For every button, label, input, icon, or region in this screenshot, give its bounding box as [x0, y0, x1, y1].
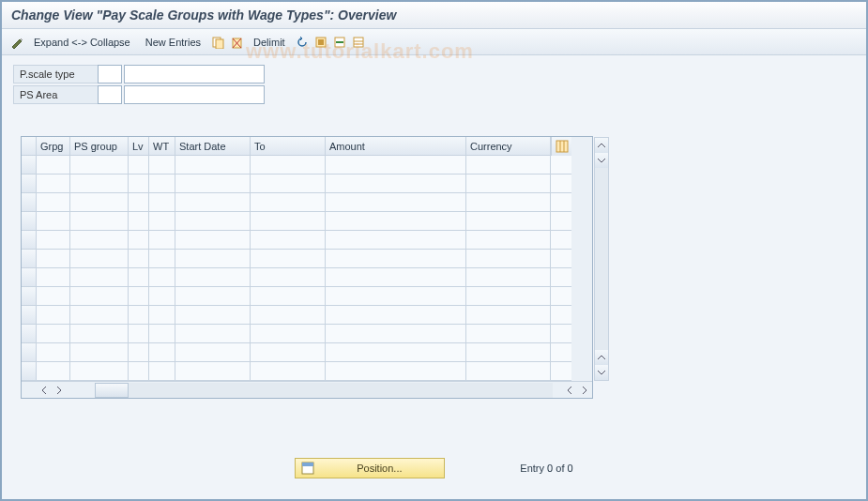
row-marker[interactable]	[22, 193, 37, 212]
configure-columns-icon[interactable]	[551, 137, 571, 156]
table-cell[interactable]	[37, 343, 70, 362]
table-cell[interactable]	[129, 212, 149, 231]
table-cell[interactable]	[129, 193, 149, 212]
table-cell[interactable]	[37, 306, 70, 325]
row-marker[interactable]	[22, 231, 37, 250]
table-row[interactable]	[22, 268, 592, 287]
table-row[interactable]	[22, 212, 592, 231]
table-cell[interactable]	[129, 268, 149, 287]
table-row[interactable]	[22, 306, 592, 325]
table-cell[interactable]	[175, 193, 251, 212]
scroll-up-icon[interactable]	[595, 138, 608, 153]
table-cell[interactable]	[149, 287, 175, 306]
table-cell[interactable]	[251, 250, 326, 268]
table-cell[interactable]	[466, 175, 551, 193]
table-cell[interactable]	[251, 231, 326, 250]
table-cell[interactable]	[251, 343, 326, 362]
table-cell[interactable]	[129, 175, 149, 193]
copy-icon[interactable]	[210, 35, 225, 50]
pencil-toggle-icon[interactable]	[9, 35, 24, 50]
table-cell[interactable]	[466, 156, 551, 175]
table-cell[interactable]	[70, 231, 129, 250]
table-cell[interactable]	[37, 156, 70, 175]
table-cell[interactable]	[70, 325, 129, 343]
table-cell[interactable]	[149, 212, 175, 231]
table-cell[interactable]	[466, 343, 551, 362]
scroll-down-icon[interactable]	[595, 365, 608, 380]
table-cell[interactable]	[149, 325, 175, 343]
table-cell[interactable]	[326, 193, 466, 212]
table-row[interactable]	[22, 343, 592, 362]
table-cell[interactable]	[37, 287, 70, 306]
table-cell[interactable]	[70, 362, 129, 381]
row-marker[interactable]	[22, 362, 37, 381]
ps-area-text-input[interactable]	[124, 85, 265, 104]
table-cell[interactable]	[149, 193, 175, 212]
col-to[interactable]: To	[251, 137, 326, 156]
table-cell[interactable]	[466, 287, 551, 306]
table-cell[interactable]	[466, 231, 551, 250]
table-cell[interactable]	[326, 156, 466, 175]
table-cell[interactable]	[326, 306, 466, 325]
table-cell[interactable]	[129, 362, 149, 381]
table-cell[interactable]	[466, 325, 551, 343]
table-row[interactable]	[22, 231, 592, 250]
row-marker[interactable]	[22, 212, 37, 231]
table-cell[interactable]	[129, 306, 149, 325]
table-row[interactable]	[22, 193, 592, 212]
scroll-down-small-icon[interactable]	[595, 153, 608, 168]
row-marker[interactable]	[22, 156, 37, 175]
vertical-scrollbar[interactable]	[594, 137, 609, 381]
col-wt[interactable]: WT	[149, 137, 175, 156]
table-cell[interactable]	[466, 362, 551, 381]
table-cell[interactable]	[70, 343, 129, 362]
table-cell[interactable]	[70, 268, 129, 287]
deselect-all-icon[interactable]	[332, 35, 347, 50]
table-cell[interactable]	[326, 268, 466, 287]
undo-icon[interactable]	[295, 35, 310, 50]
table-cell[interactable]	[70, 193, 129, 212]
table-cell[interactable]	[175, 306, 251, 325]
table-cell[interactable]	[175, 325, 251, 343]
table-cell[interactable]	[175, 231, 251, 250]
table-cell[interactable]	[149, 362, 175, 381]
scroll-right-icon[interactable]	[52, 383, 67, 398]
table-cell[interactable]	[175, 156, 251, 175]
table-cell[interactable]	[466, 306, 551, 325]
table-cell[interactable]	[37, 362, 70, 381]
col-start-date[interactable]: Start Date	[175, 137, 251, 156]
table-cell[interactable]	[37, 325, 70, 343]
hscroll-track[interactable]	[95, 383, 553, 398]
hscroll-thumb[interactable]	[95, 383, 129, 398]
table-row[interactable]	[22, 250, 592, 268]
table-cell[interactable]	[326, 212, 466, 231]
scroll-right-end-icon[interactable]	[577, 383, 592, 398]
expand-collapse-button[interactable]: Expand <-> Collapse	[28, 33, 136, 52]
ps-area-code-input[interactable]	[98, 85, 122, 104]
table-cell[interactable]	[251, 362, 326, 381]
scroll-up-small-icon[interactable]	[595, 350, 608, 365]
table-cell[interactable]	[129, 250, 149, 268]
row-marker[interactable]	[22, 175, 37, 193]
horizontal-scrollbar[interactable]	[22, 381, 592, 398]
position-button[interactable]: Position...	[295, 458, 445, 478]
col-grpg[interactable]: Grpg	[37, 137, 70, 156]
table-row[interactable]	[22, 362, 592, 381]
pscale-type-code-input[interactable]	[98, 65, 122, 84]
table-cell[interactable]	[129, 231, 149, 250]
col-amount[interactable]: Amount	[326, 137, 466, 156]
row-marker[interactable]	[22, 306, 37, 325]
table-cell[interactable]	[251, 175, 326, 193]
table-cell[interactable]	[149, 306, 175, 325]
table-cell[interactable]	[175, 212, 251, 231]
col-ps-group[interactable]: PS group	[70, 137, 129, 156]
table-cell[interactable]	[251, 325, 326, 343]
delete-icon[interactable]	[229, 35, 244, 50]
row-marker[interactable]	[22, 268, 37, 287]
scroll-left-icon[interactable]	[37, 383, 52, 398]
table-cell[interactable]	[149, 343, 175, 362]
table-cell[interactable]	[129, 287, 149, 306]
table-cell[interactable]	[70, 287, 129, 306]
table-settings-icon[interactable]	[351, 35, 366, 50]
table-cell[interactable]	[175, 268, 251, 287]
